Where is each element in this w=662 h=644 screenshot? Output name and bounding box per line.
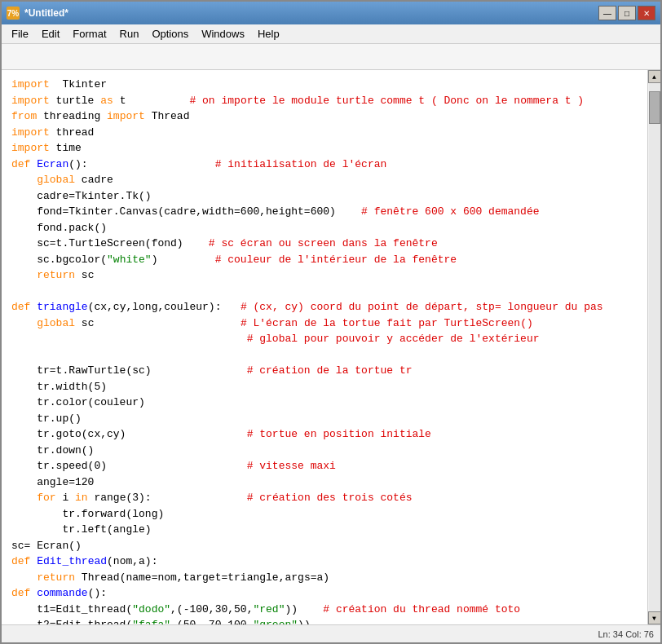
code-editor[interactable]: import Tkinter import turtle as t # on i…: [2, 70, 647, 624]
scroll-down-button[interactable]: ▼: [648, 611, 661, 624]
title-bar-left: 7% *Untitled*: [7, 7, 68, 20]
scrollbar-thumb[interactable]: [649, 91, 660, 124]
maximize-button[interactable]: □: [618, 6, 636, 20]
menu-file[interactable]: File: [5, 26, 35, 42]
menu-edit[interactable]: Edit: [35, 26, 66, 42]
window-title: *Untitled*: [24, 7, 68, 19]
scroll-up-button[interactable]: ▲: [648, 70, 661, 83]
menu-windows[interactable]: Windows: [195, 26, 251, 42]
scrollbar-track: [649, 83, 660, 611]
minimize-button[interactable]: —: [598, 6, 616, 20]
menu-bar: File Edit Format Run Options Windows Hel…: [2, 24, 660, 44]
menu-run[interactable]: Run: [113, 26, 146, 42]
cursor-position: Ln: 34 Col: 76: [598, 629, 655, 639]
menu-options[interactable]: Options: [145, 26, 195, 42]
app-icon: 7%: [7, 7, 20, 20]
close-button[interactable]: ✕: [638, 6, 655, 20]
editor-container: import Tkinter import turtle as t # on i…: [2, 70, 660, 624]
main-window: 7% *Untitled* — □ ✕ File Edit Format Run…: [0, 0, 662, 644]
window-controls[interactable]: — □ ✕: [598, 6, 655, 20]
scrollbar-vertical[interactable]: ▲ ▼: [647, 70, 660, 624]
menu-help[interactable]: Help: [251, 26, 286, 42]
title-bar: 7% *Untitled* — □ ✕: [2, 2, 660, 24]
menu-format[interactable]: Format: [66, 26, 113, 42]
toolbar: [2, 44, 660, 70]
status-bar: Ln: 34 Col: 76: [2, 624, 660, 642]
